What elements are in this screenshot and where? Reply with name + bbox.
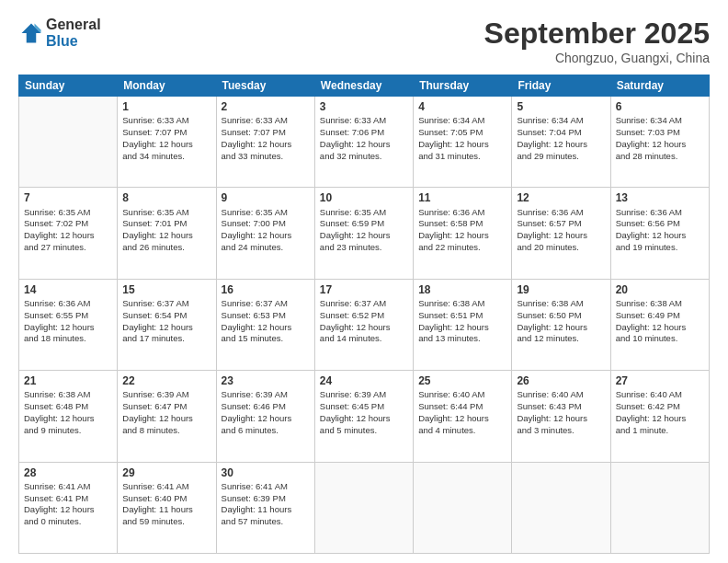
day-info: and 17 minutes. bbox=[122, 333, 210, 345]
day-info: Sunset: 6:47 PM bbox=[122, 401, 210, 413]
day-info: Sunset: 6:42 PM bbox=[616, 401, 704, 413]
day-info: and 27 minutes. bbox=[24, 242, 112, 254]
day-info: Daylight: 12 hours bbox=[24, 504, 112, 516]
calendar-header-saturday: Saturday bbox=[610, 75, 709, 97]
calendar-cell: 12Sunrise: 6:36 AMSunset: 6:57 PMDayligh… bbox=[512, 188, 610, 279]
day-info: and 12 minutes. bbox=[517, 333, 605, 345]
calendar-cell bbox=[314, 462, 413, 553]
calendar-cell: 15Sunrise: 6:37 AMSunset: 6:54 PMDayligh… bbox=[118, 279, 216, 370]
svg-marker-0 bbox=[22, 23, 41, 42]
logo-icon bbox=[18, 20, 44, 46]
day-number: 22 bbox=[122, 373, 210, 388]
day-info: Daylight: 11 hours bbox=[222, 504, 310, 516]
day-info: Sunset: 6:51 PM bbox=[418, 310, 506, 322]
day-number: 16 bbox=[222, 282, 310, 297]
day-number: 14 bbox=[24, 282, 112, 297]
day-info: Daylight: 12 hours bbox=[320, 413, 408, 425]
day-info: Daylight: 12 hours bbox=[222, 322, 310, 334]
day-info: and 26 minutes. bbox=[122, 242, 210, 254]
day-info: Daylight: 12 hours bbox=[24, 413, 112, 425]
calendar-cell bbox=[414, 462, 512, 553]
calendar-week-row: 1Sunrise: 6:33 AMSunset: 7:07 PMDaylight… bbox=[19, 97, 710, 188]
day-info: Sunset: 7:07 PM bbox=[122, 127, 210, 139]
calendar-week-row: 28Sunrise: 6:41 AMSunset: 6:41 PMDayligh… bbox=[19, 462, 710, 553]
day-info: and 1 minute. bbox=[616, 425, 704, 437]
day-info: Sunset: 6:57 PM bbox=[517, 218, 605, 230]
day-info: Sunrise: 6:38 AM bbox=[418, 298, 506, 310]
calendar-cell: 14Sunrise: 6:36 AMSunset: 6:55 PMDayligh… bbox=[19, 279, 118, 370]
day-info: and 33 minutes. bbox=[222, 151, 310, 163]
day-info: Sunrise: 6:37 AM bbox=[222, 298, 310, 310]
day-info: and 34 minutes. bbox=[122, 151, 210, 163]
day-info: Sunrise: 6:34 AM bbox=[616, 115, 704, 127]
page: General Blue September 2025 Chongzuo, Gu… bbox=[0, 0, 728, 563]
day-info: Sunset: 7:07 PM bbox=[222, 127, 310, 139]
day-info: Daylight: 12 hours bbox=[517, 139, 605, 151]
day-info: Daylight: 12 hours bbox=[122, 139, 210, 151]
day-number: 30 bbox=[222, 465, 310, 480]
day-number: 2 bbox=[222, 99, 310, 114]
day-info: and 20 minutes. bbox=[517, 242, 605, 254]
day-info: Sunset: 6:52 PM bbox=[320, 310, 408, 322]
day-number: 7 bbox=[24, 190, 112, 205]
day-info: and 19 minutes. bbox=[616, 242, 704, 254]
day-info: Daylight: 12 hours bbox=[24, 230, 112, 242]
day-info: Daylight: 12 hours bbox=[418, 230, 506, 242]
day-info: Sunset: 6:50 PM bbox=[517, 310, 605, 322]
day-number: 11 bbox=[418, 190, 506, 205]
day-info: Sunrise: 6:37 AM bbox=[122, 298, 210, 310]
day-number: 25 bbox=[418, 373, 506, 388]
day-info: Sunrise: 6:38 AM bbox=[24, 389, 112, 401]
logo-text: General Blue bbox=[46, 17, 101, 49]
day-info: and 10 minutes. bbox=[616, 333, 704, 345]
calendar-cell: 3Sunrise: 6:33 AMSunset: 7:06 PMDaylight… bbox=[314, 97, 413, 188]
calendar-cell: 11Sunrise: 6:36 AMSunset: 6:58 PMDayligh… bbox=[414, 188, 512, 279]
title-block: September 2025 Chongzuo, Guangxi, China bbox=[484, 17, 710, 65]
day-info: Sunset: 6:41 PM bbox=[24, 493, 112, 505]
day-info: Sunset: 6:39 PM bbox=[222, 493, 310, 505]
day-info: and 18 minutes. bbox=[24, 333, 112, 345]
day-number: 18 bbox=[418, 282, 506, 297]
logo: General Blue bbox=[18, 17, 101, 49]
calendar-cell: 26Sunrise: 6:40 AMSunset: 6:43 PMDayligh… bbox=[512, 371, 610, 462]
calendar-week-row: 7Sunrise: 6:35 AMSunset: 7:02 PMDaylight… bbox=[19, 188, 710, 279]
day-number: 21 bbox=[24, 373, 112, 388]
calendar-cell: 22Sunrise: 6:39 AMSunset: 6:47 PMDayligh… bbox=[118, 371, 216, 462]
day-number: 13 bbox=[616, 190, 704, 205]
day-info: and 13 minutes. bbox=[418, 333, 506, 345]
day-info: Daylight: 12 hours bbox=[418, 139, 506, 151]
day-number: 4 bbox=[418, 99, 506, 114]
day-info: Daylight: 12 hours bbox=[517, 322, 605, 334]
day-info: and 5 minutes. bbox=[320, 425, 408, 437]
calendar-cell: 19Sunrise: 6:38 AMSunset: 6:50 PMDayligh… bbox=[512, 279, 610, 370]
day-info: Daylight: 12 hours bbox=[418, 322, 506, 334]
calendar-week-row: 14Sunrise: 6:36 AMSunset: 6:55 PMDayligh… bbox=[19, 279, 710, 370]
day-info: Sunset: 6:58 PM bbox=[418, 218, 506, 230]
day-info: and 31 minutes. bbox=[418, 151, 506, 163]
day-info: and 59 minutes. bbox=[122, 516, 210, 528]
calendar-cell: 13Sunrise: 6:36 AMSunset: 6:56 PMDayligh… bbox=[610, 188, 709, 279]
calendar-cell: 8Sunrise: 6:35 AMSunset: 7:01 PMDaylight… bbox=[118, 188, 216, 279]
day-info: Sunrise: 6:41 AM bbox=[24, 481, 112, 493]
day-info: Daylight: 12 hours bbox=[616, 322, 704, 334]
day-number: 27 bbox=[616, 373, 704, 388]
day-info: Daylight: 12 hours bbox=[320, 230, 408, 242]
calendar-header-tuesday: Tuesday bbox=[216, 75, 314, 97]
header: General Blue September 2025 Chongzuo, Gu… bbox=[18, 17, 710, 65]
day-info: Sunrise: 6:33 AM bbox=[320, 115, 408, 127]
day-info: and 15 minutes. bbox=[222, 333, 310, 345]
day-info: Sunset: 6:44 PM bbox=[418, 401, 506, 413]
day-info: Sunset: 6:49 PM bbox=[616, 310, 704, 322]
calendar-header-row: SundayMondayTuesdayWednesdayThursdayFrid… bbox=[19, 75, 710, 97]
day-info: Sunrise: 6:34 AM bbox=[517, 115, 605, 127]
day-info: Sunset: 6:56 PM bbox=[616, 218, 704, 230]
day-info: Daylight: 12 hours bbox=[320, 139, 408, 151]
day-number: 24 bbox=[320, 373, 408, 388]
day-info: and 4 minutes. bbox=[418, 425, 506, 437]
calendar-cell: 2Sunrise: 6:33 AMSunset: 7:07 PMDaylight… bbox=[216, 97, 314, 188]
location: Chongzuo, Guangxi, China bbox=[484, 51, 710, 65]
day-info: Sunrise: 6:36 AM bbox=[517, 207, 605, 219]
day-info: Sunset: 7:01 PM bbox=[122, 218, 210, 230]
day-info: and 23 minutes. bbox=[320, 242, 408, 254]
calendar-header-thursday: Thursday bbox=[414, 75, 512, 97]
